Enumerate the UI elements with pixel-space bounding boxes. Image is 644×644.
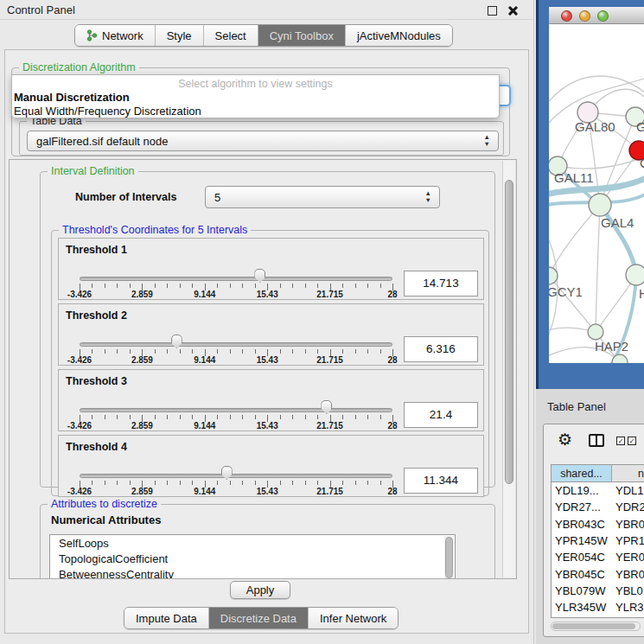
attribute-list-item[interactable]: SelfLoops xyxy=(50,535,455,551)
network-node-label: H xyxy=(639,286,644,301)
tab-network[interactable]: Network xyxy=(75,25,156,46)
column-header-name[interactable]: n xyxy=(612,465,644,482)
network-node-h-node[interactable] xyxy=(626,265,644,285)
threshold-slider-track[interactable] xyxy=(80,342,392,347)
tab-infer-network[interactable]: Infer Network xyxy=(309,608,398,628)
table-row[interactable]: YDL19...YDL1 xyxy=(552,483,644,500)
cell-shared-name: YBR045C xyxy=(555,568,610,581)
algorithm-popup-hint: Select algorithm to view settings xyxy=(12,78,499,90)
table-row[interactable]: YER054CYER0 xyxy=(552,550,644,566)
settings-vertical-scrollbar[interactable] xyxy=(502,161,514,577)
slider-tick xyxy=(367,284,368,288)
cell-name: YLR3 xyxy=(615,601,644,614)
checkbox-icon[interactable]: ✓ xyxy=(628,437,636,445)
table-row[interactable]: YPR145WYPR1 xyxy=(552,533,644,550)
table-row[interactable]: YDR27...YDR2 xyxy=(552,500,644,516)
apply-button[interactable]: Apply xyxy=(230,581,290,599)
threshold-value-field[interactable]: 11.344 xyxy=(404,468,478,494)
table-row[interactable]: YBR045CYBR0 xyxy=(552,567,644,583)
node-table: shared...nYDL19...YDL1YDR27...YDR2YBR043… xyxy=(551,464,644,618)
close-traffic-light[interactable] xyxy=(561,10,572,22)
table-panel-region: Table Panel ⚙ ✓ ✓ shared...nYDL19...YDL1… xyxy=(536,389,644,644)
threshold-slider-track[interactable] xyxy=(80,474,392,478)
checkbox-icon[interactable]: ✓ xyxy=(616,437,625,445)
cell-name: YIL0 xyxy=(615,617,639,618)
tab-label: Network xyxy=(102,29,143,42)
table-columns-icon[interactable] xyxy=(589,434,604,447)
threshold-slider-track[interactable] xyxy=(80,408,392,412)
slider-tick xyxy=(217,481,218,485)
slider-tick xyxy=(130,284,131,288)
slider-tick xyxy=(105,349,105,354)
attribute-list-item[interactable]: TopologicalCoefficient xyxy=(50,551,455,566)
network-node-label: HAP2 xyxy=(595,339,628,354)
slider-tick-label: -3.426 xyxy=(54,487,105,496)
threshold-value-field[interactable]: 14.713 xyxy=(404,271,478,296)
slider-tick xyxy=(217,284,218,288)
table-row[interactable]: YLR345WYLR3 xyxy=(552,600,644,616)
threshold-label: Threshold 4 xyxy=(66,441,127,453)
slider-tick-label: -3.426 xyxy=(54,421,105,430)
column-header-shared-name[interactable]: shared... xyxy=(552,465,612,482)
slider-tick xyxy=(130,481,131,485)
slider-tick xyxy=(167,481,168,485)
attribute-list-item[interactable]: BetweennessCentrality xyxy=(50,566,455,579)
slider-tick xyxy=(305,349,306,354)
cell-shared-name: YPR145W xyxy=(555,534,610,547)
table-panel: ⚙ ✓ ✓ shared...nYDL19...YDL1YDR27...YDR2… xyxy=(543,424,644,637)
table-row[interactable]: YBL079WYBL0 xyxy=(552,583,644,600)
slider-tick xyxy=(305,415,306,419)
slider-tick xyxy=(130,415,131,419)
network-window-titlebar[interactable] xyxy=(549,7,644,24)
zoom-traffic-light[interactable] xyxy=(597,10,609,22)
slider-tick-label: 9.144 xyxy=(179,290,231,299)
slider-tick xyxy=(155,415,156,419)
table-horizontal-scrollbar[interactable] xyxy=(551,622,641,631)
slider-tick xyxy=(255,415,256,419)
algorithm-option[interactable]: Equal Width/Frequency Discretization xyxy=(14,105,201,118)
slider-tick xyxy=(192,349,193,354)
slider-tick xyxy=(355,349,356,354)
slider-tick xyxy=(355,481,356,485)
tab-cyni-toolbox[interactable]: Cyni Toolbox xyxy=(258,25,346,46)
num-intervals-spinner[interactable]: 5 ▲▼ xyxy=(205,186,440,208)
tab-select[interactable]: Select xyxy=(204,25,258,46)
table-row[interactable]: YBR043CYBR0 xyxy=(552,517,644,533)
slider-tick xyxy=(92,481,92,485)
attributes-scrollbar[interactable] xyxy=(444,536,454,579)
thresholds-title: Threshold's Coordinates for 5 Intervals xyxy=(59,224,251,236)
algorithm-option[interactable]: Manual Discretization xyxy=(14,91,130,104)
slider-tick xyxy=(342,284,343,288)
slider-tick xyxy=(167,415,168,419)
network-edge xyxy=(596,205,600,332)
slider-tick xyxy=(155,284,156,288)
close-icon[interactable] xyxy=(507,6,517,16)
float-window-icon[interactable] xyxy=(488,6,497,16)
network-node-gal4[interactable] xyxy=(589,194,611,216)
network-node-hap2[interactable] xyxy=(588,324,603,340)
tab-impute-data[interactable]: Impute Data xyxy=(124,608,209,628)
slider-tick-label: -3.426 xyxy=(54,355,105,365)
threshold-value-field[interactable]: 21.4 xyxy=(404,402,478,428)
table-data-combo[interactable]: galFiltered.sif default node ▲▼ xyxy=(27,131,499,151)
table-row[interactable]: YIL052CYIL0 xyxy=(552,616,644,618)
threshold-slider-track[interactable] xyxy=(80,277,392,281)
threshold-value-field[interactable]: 6.316 xyxy=(404,336,478,362)
tab-jactivemnodules[interactable]: jActiveMNodules xyxy=(346,25,452,46)
slider-tick xyxy=(180,415,181,419)
slider-tick-label: 15.43 xyxy=(241,487,293,496)
slider-tick xyxy=(180,481,181,485)
minimize-traffic-light[interactable] xyxy=(579,10,590,22)
network-window-frame: GAL80GACGAL11GAL4GCY1HHAP2 xyxy=(536,0,644,389)
threshold-label: Threshold 1 xyxy=(66,244,127,256)
slider-tick xyxy=(117,284,118,288)
slider-tick xyxy=(280,284,281,288)
gear-icon[interactable]: ⚙ xyxy=(558,430,572,450)
slider-tick-label: 15.43 xyxy=(241,355,293,365)
slider-tick xyxy=(280,349,281,354)
tab-style[interactable]: Style xyxy=(156,25,204,46)
slider-tick xyxy=(92,415,92,419)
slider-tick xyxy=(242,349,243,354)
network-canvas[interactable]: GAL80GACGAL11GAL4GCY1HHAP2 xyxy=(549,24,644,363)
tab-discretize-data[interactable]: Discretize Data xyxy=(209,608,309,628)
